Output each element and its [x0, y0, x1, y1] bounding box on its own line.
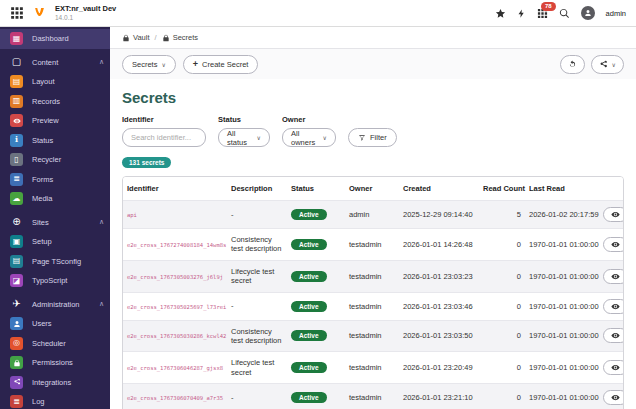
view-secret-button[interactable] — [603, 299, 624, 314]
modules-menu-icon[interactable]: 78 — [537, 8, 548, 19]
content-icon: ▢ — [10, 56, 23, 69]
secret-identifier[interactable]: e2e_cross_1767306046287_gjsx8 — [127, 365, 223, 371]
secret-identifier[interactable]: e2e_cross_1767305030286_kcwl42 — [127, 333, 226, 339]
lock-icon — [122, 34, 130, 42]
filter-bar: Identifier Status All status ∨ Owner All… — [122, 115, 624, 147]
secret-identifier[interactable]: e2e_cross_1767306070409_a7r35 — [127, 395, 223, 401]
view-secret-button[interactable] — [603, 360, 624, 375]
eye-icon — [611, 331, 620, 340]
topbar: EXT:nr_vault Dev 14.0.1 78 admin — [0, 0, 636, 27]
sidebar-item-preview[interactable]: Preview — [0, 111, 110, 131]
records-icon: ▥ — [10, 95, 23, 108]
sidebar-item-users[interactable]: Users — [0, 314, 110, 334]
col-description: Description — [227, 177, 287, 201]
secret-created: 2026-01-01 23:20:49 — [399, 352, 479, 384]
module-select-button[interactable]: Secrets ∨ — [122, 55, 176, 74]
sidebar-item-label: Log — [32, 397, 45, 406]
page-tsconfig-icon: ▤ — [10, 255, 23, 268]
secret-identifier[interactable]: e2e_cross_1767305025697_l73rei — [127, 304, 226, 310]
table-row: api - Active admin 2025-12-29 09:14:40 5… — [123, 201, 624, 229]
view-secret-button[interactable] — [603, 237, 624, 252]
chevron-down-icon: ∨ — [323, 134, 327, 141]
create-secret-button[interactable]: + Create Secret — [183, 55, 259, 74]
sidebar-item-log[interactable]: ≣ Log — [0, 392, 110, 409]
secret-owner: testadmin — [345, 320, 399, 352]
view-secret-button[interactable] — [603, 390, 624, 405]
typoscript-icon: ◪ — [10, 274, 23, 287]
sidebar-item-label: Preview — [32, 116, 59, 125]
secret-created: 2026-01-01 23:03:50 — [399, 320, 479, 352]
view-secret-button[interactable] — [603, 328, 624, 343]
sidebar-item-recycler[interactable]: ▯ Recycler — [0, 150, 110, 170]
sidebar-item-label: Scheduler — [32, 339, 66, 348]
secret-identifier[interactable]: e2e_cross_1767305003276_j6l9j — [127, 274, 223, 280]
secret-last-read: 1970-01-01 01:00:00 — [525, 384, 599, 409]
search-icon[interactable] — [559, 8, 570, 19]
secret-identifier[interactable]: e2e_cross_1767274008184_14wm8s — [127, 242, 226, 248]
sidebar-item-forms[interactable]: ≣ Forms — [0, 170, 110, 190]
breadcrumb-secrets[interactable]: Secrets — [162, 33, 198, 42]
secrets-table: Identifier Description Status Owner Crea… — [122, 176, 624, 409]
chevron-down-icon: ∨ — [257, 134, 261, 141]
users-icon — [10, 317, 23, 330]
sidebar-item-dashboard[interactable]: ▦ Dashboard — [0, 29, 110, 49]
status-select[interactable]: All status ∨ — [218, 128, 270, 147]
sidebar-item-typoscript[interactable]: ◪ TypoScript — [0, 271, 110, 291]
funnel-icon — [358, 134, 366, 142]
owner-label: Owner — [282, 115, 336, 124]
sidebar-item-sites[interactable]: ⊕ Sites ∧ — [0, 213, 110, 233]
secret-description: - — [227, 292, 287, 320]
breadcrumb-vault[interactable]: Vault — [122, 33, 150, 42]
layout-icon: ▤ — [10, 75, 23, 88]
main-area: Vault / Secrets Secrets ∨ + Create Secre… — [110, 27, 636, 409]
secret-created: 2026-01-01 23:03:23 — [399, 260, 479, 292]
sidebar-item-setup[interactable]: ▣ Setup — [0, 232, 110, 252]
sidebar-item-content[interactable]: ▢ Content ∧ — [0, 53, 110, 73]
sidebar-item-label: Page TSconfig — [32, 257, 81, 266]
secret-read-count: 5 — [479, 201, 525, 229]
table-row: e2e_cross_1767274008184_14wm8s Consisten… — [123, 229, 624, 261]
chevron-down-icon: ∨ — [612, 61, 616, 68]
doc-toolbar: Secrets ∨ + Create Secret ∨ — [110, 49, 636, 79]
username[interactable]: admin — [606, 9, 626, 18]
user-avatar[interactable] — [581, 6, 595, 20]
owner-select[interactable]: All owners ∨ — [282, 128, 336, 147]
share-icon — [599, 60, 608, 69]
sidebar-item-administration[interactable]: ✈ Administration ∧ — [0, 295, 110, 315]
chevron-down-icon: ∨ — [161, 61, 165, 68]
sidebar-item-page-tsconfig[interactable]: ▤ Page TSconfig — [0, 252, 110, 272]
table-row: e2e_cross_1767305025697_l73rei - Active … — [123, 292, 624, 320]
sidebar-item-label: Administration — [32, 300, 80, 309]
table-header-row: Identifier Description Status Owner Crea… — [123, 177, 624, 201]
eye-icon — [611, 302, 620, 311]
reload-button[interactable] — [560, 55, 585, 74]
sidebar-item-records[interactable]: ▥ Records — [0, 92, 110, 112]
share-button[interactable]: ∨ — [591, 55, 624, 74]
apps-grid-icon[interactable] — [10, 6, 24, 20]
flush-cache-bolt-icon[interactable] — [517, 9, 526, 18]
bookmark-star-icon[interactable] — [495, 8, 506, 19]
sidebar-item-permissions[interactable]: Permissions — [0, 353, 110, 373]
integrations-icon — [10, 376, 23, 389]
sidebar-item-media[interactable]: ☁ Media — [0, 189, 110, 209]
lock-icon — [162, 34, 170, 42]
sidebar-item-layout[interactable]: ▤ Layout — [0, 72, 110, 92]
secret-read-count: 0 — [479, 320, 525, 352]
notification-badge: 78 — [541, 2, 556, 11]
secret-owner: testadmin — [345, 352, 399, 384]
secret-last-read: 1970-01-01 01:00:00 — [525, 229, 599, 261]
log-icon: ≣ — [10, 395, 23, 408]
sidebar-item-scheduler[interactable]: ◎ Scheduler — [0, 334, 110, 354]
view-secret-button[interactable] — [603, 207, 624, 222]
secret-last-read: 1970-01-01 01:00:00 — [525, 320, 599, 352]
breadcrumb: Vault / Secrets — [110, 27, 636, 49]
view-secret-button[interactable] — [603, 269, 624, 284]
secret-identifier[interactable]: api — [127, 212, 137, 218]
filter-button[interactable]: Filter — [348, 128, 397, 147]
sidebar-item-label: TypoScript — [32, 276, 67, 285]
sidebar-item-integrations[interactable]: Integrations — [0, 373, 110, 393]
col-identifier: Identifier — [123, 177, 227, 201]
identifier-search-input[interactable] — [122, 128, 206, 147]
refresh-icon — [568, 60, 577, 69]
sidebar-item-status[interactable]: ℹ Status — [0, 131, 110, 151]
